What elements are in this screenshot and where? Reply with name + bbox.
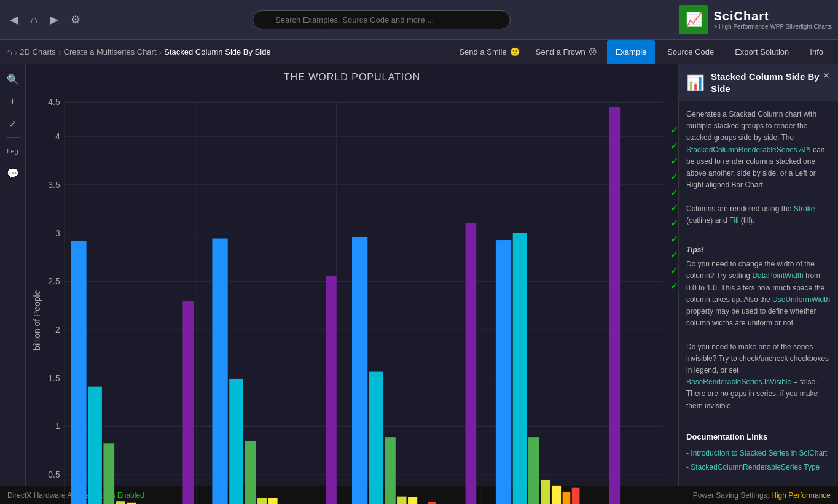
svg-rect-54 bbox=[385, 437, 396, 504]
breadcrumb-current: Stacked Column Side By Side bbox=[164, 47, 270, 56]
status-right: Power Saving Settings: High Performance bbox=[693, 491, 831, 500]
top-nav: ◀ ⌂ ▶ ⚙ 🔍 📈 SciChart > High Performance … bbox=[0, 0, 838, 40]
send-frown-button[interactable]: Send a Frown ☹ bbox=[530, 45, 603, 59]
info-panel: 📊 Stacked Column Side By Side ✕ Generate… bbox=[678, 64, 838, 486]
svg-text:0.5: 0.5 bbox=[48, 470, 60, 479]
zoom-tool-button[interactable]: 🔍 bbox=[3, 69, 23, 89]
search-input[interactable] bbox=[253, 10, 511, 29]
main-content: 🔍 + ⤢ Leg 💬 THE WORLD POPULATION bbox=[0, 64, 838, 486]
logo-subtitle: > High Performance WPF Silverlight Chart… bbox=[713, 23, 832, 30]
svg-text:3: 3 bbox=[55, 228, 60, 238]
home-button[interactable]: ⌂ bbox=[27, 11, 41, 29]
search-bar: 🔍 bbox=[96, 10, 667, 29]
svg-text:✓: ✓ bbox=[670, 171, 678, 182]
svg-rect-51 bbox=[326, 276, 337, 504]
breadcrumb-bar: ⌂ › 2D Charts › Create a Multiseries Cha… bbox=[0, 40, 838, 64]
zoom-extents-button[interactable]: ⤢ bbox=[3, 114, 23, 133]
svg-rect-53 bbox=[369, 372, 383, 504]
svg-rect-69 bbox=[572, 488, 580, 504]
svg-text:✓: ✓ bbox=[670, 187, 678, 198]
pan-tool-button[interactable]: + bbox=[3, 91, 23, 111]
legend-button[interactable]: Leg bbox=[3, 141, 23, 161]
svg-rect-64 bbox=[513, 233, 527, 504]
forward-button[interactable]: ▶ bbox=[46, 10, 62, 29]
svg-text:✓: ✓ bbox=[670, 217, 678, 228]
nav-controls: ◀ ⌂ ▶ ⚙ bbox=[6, 10, 84, 29]
info-header: 📊 Stacked Column Side By Side ✕ bbox=[679, 64, 838, 101]
logo-area: 📈 SciChart > High Performance WPF Silver… bbox=[679, 5, 832, 34]
svg-rect-55 bbox=[397, 497, 406, 504]
logo-text: SciChart > High Performance WPF Silverli… bbox=[713, 9, 832, 30]
svg-rect-42 bbox=[229, 379, 243, 504]
use-uniform-width-link[interactable]: UseUniformWidth bbox=[772, 295, 830, 304]
doc-link-2[interactable]: StackedColumnRenderableSeries Type bbox=[691, 463, 820, 471]
info-description: Generates a Stacked Column chart with mu… bbox=[686, 109, 831, 191]
breadcrumb-home-icon[interactable]: ⌂ bbox=[6, 47, 12, 58]
info-tip1: Do you need to change the width of the c… bbox=[686, 258, 831, 329]
api-link[interactable]: StackedColumnRenderableSeries API bbox=[686, 145, 811, 154]
svg-rect-62 bbox=[466, 223, 477, 504]
tab-source-code[interactable]: Source Code bbox=[659, 40, 722, 64]
logo-title: SciChart bbox=[713, 9, 832, 23]
search-wrapper: 🔍 bbox=[253, 10, 511, 29]
breadcrumb-left: ⌂ › 2D Charts › Create a Multiseries Cha… bbox=[6, 47, 271, 58]
svg-text:✓: ✓ bbox=[670, 140, 678, 151]
breadcrumb-sep-1: › bbox=[15, 47, 18, 57]
svg-text:billion of People: billion of People bbox=[32, 290, 42, 351]
svg-text:✓: ✓ bbox=[670, 155, 678, 166]
svg-rect-68 bbox=[563, 492, 571, 504]
breadcrumb-multiseries[interactable]: Create a Multiseries Chart bbox=[64, 47, 157, 56]
frown-icon: ☹ bbox=[589, 47, 597, 56]
settings-button[interactable]: ⚙ bbox=[67, 10, 84, 29]
doc-link-1[interactable]: Introduction to Stacked Series in SciCha… bbox=[691, 449, 827, 457]
chart-canvas[interactable]: 0 0.5 1 1.5 2 2.5 3 3.5 4 4.5 billion of… bbox=[26, 87, 678, 504]
svg-rect-31 bbox=[88, 387, 102, 504]
back-button[interactable]: ◀ bbox=[6, 10, 22, 29]
breadcrumb-right: Send a Smile 🙂 Send a Frown ☹ Example So… bbox=[453, 40, 832, 64]
tab-export-solution[interactable]: Export Solution bbox=[726, 40, 797, 64]
breadcrumb-sep-2: › bbox=[58, 47, 61, 57]
is-visible-link[interactable]: BaseRenderableSeries.IsVisible bbox=[686, 378, 791, 386]
breadcrumb-2d-charts[interactable]: 2D Charts bbox=[20, 47, 56, 56]
info-tips-label: Tips! bbox=[686, 244, 831, 256]
send-smile-button[interactable]: Send a Smile 🙂 bbox=[453, 45, 525, 59]
tool-divider-1 bbox=[6, 137, 20, 138]
breadcrumb-sep-3: › bbox=[159, 47, 162, 57]
svg-rect-58 bbox=[428, 502, 436, 504]
status-high-perf: High Performance bbox=[771, 491, 831, 500]
smile-icon: 🙂 bbox=[510, 47, 520, 56]
svg-rect-32 bbox=[103, 443, 114, 504]
svg-rect-33 bbox=[116, 501, 125, 504]
info-close-button[interactable]: ✕ bbox=[820, 69, 833, 82]
info-columns-text: Columns are rendered using the Stroke (o… bbox=[686, 203, 831, 227]
fill-link[interactable]: Fill bbox=[729, 216, 738, 225]
svg-text:3.5: 3.5 bbox=[48, 180, 60, 190]
info-tip2: Do you need to make one of the series in… bbox=[686, 341, 831, 412]
info-header-title: Stacked Column Side By Side bbox=[711, 71, 831, 95]
svg-text:1.5: 1.5 bbox=[48, 373, 60, 383]
svg-text:2: 2 bbox=[55, 325, 60, 335]
svg-rect-56 bbox=[408, 497, 417, 504]
tab-example[interactable]: Example bbox=[607, 40, 656, 64]
svg-rect-63 bbox=[496, 240, 511, 504]
svg-rect-30 bbox=[71, 241, 86, 504]
svg-rect-73 bbox=[609, 107, 620, 504]
data-point-width-link[interactable]: DataPointWidth bbox=[752, 271, 803, 280]
svg-text:✓: ✓ bbox=[670, 280, 678, 291]
chart-title: THE WORLD POPULATION bbox=[26, 64, 678, 87]
svg-rect-40 bbox=[182, 301, 194, 504]
svg-text:4.5: 4.5 bbox=[48, 97, 60, 107]
tab-info[interactable]: Info bbox=[801, 40, 832, 64]
send-frown-label: Send a Frown bbox=[536, 47, 585, 56]
stroke-link[interactable]: Stroke bbox=[794, 204, 815, 213]
annotation-button[interactable]: 💬 bbox=[3, 163, 23, 183]
svg-rect-65 bbox=[528, 437, 539, 504]
svg-rect-44 bbox=[257, 498, 267, 504]
left-toolbar: 🔍 + ⤢ Leg 💬 bbox=[0, 64, 26, 486]
tool-divider-2 bbox=[6, 187, 20, 187]
info-doc-title: Documentation Links bbox=[686, 431, 831, 444]
svg-text:✓: ✓ bbox=[670, 124, 678, 135]
info-header-chart-icon: 📊 bbox=[686, 74, 705, 91]
svg-rect-52 bbox=[352, 237, 367, 504]
svg-text:2.5: 2.5 bbox=[48, 276, 60, 286]
